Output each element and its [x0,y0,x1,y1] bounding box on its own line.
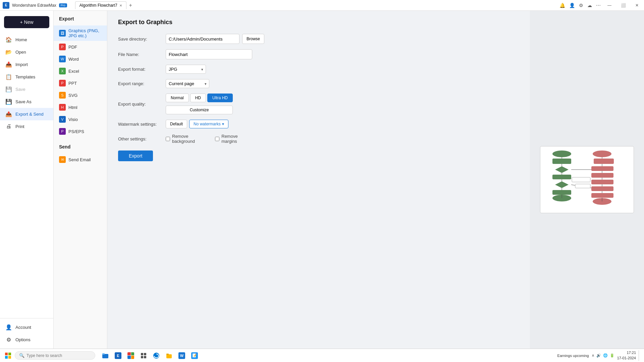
page-title: Export to Graphics [118,19,519,26]
minimize-button[interactable]: — [605,3,614,8]
taskbar-app-word[interactable]: W [176,350,188,362]
save-as-icon: 💾 [5,99,12,105]
export-form: Save directory: Browse File Name: Export… [118,34,252,144]
svg-marker-2 [555,166,569,173]
export-item-svg[interactable]: S SVG [54,89,107,101]
export-item-pseps[interactable]: P PS/EPS [54,125,107,137]
more-icon[interactable]: ⋯ [596,3,601,8]
export-button[interactable]: Export [118,150,153,161]
battery-icon[interactable]: 🔋 [610,353,614,358]
taskbar-app-task-view[interactable] [138,350,150,362]
export-item-excel[interactable]: X Excel [54,65,107,77]
sidebar-item-save-as[interactable]: 💾 Save As [0,96,53,108]
add-tab-button[interactable]: + [127,2,134,8]
send-email-item[interactable]: ✉ Send Email [54,154,107,166]
sidebar-item-options[interactable]: ⚙ Options [0,334,53,346]
sidebar-item-save-as-label: Save As [15,99,32,104]
svg-rect-11 [591,180,613,184]
sidebar-item-save[interactable]: 💾 Save [0,83,53,96]
account-icon[interactable]: 👤 [569,3,575,8]
export-range-select[interactable]: Current page All pages Selected objects [166,79,209,88]
export-item-graphics[interactable]: 🖼 Graphics (PNG, JPG etc.) [54,25,107,41]
show-desktop-button[interactable] [639,350,640,361]
sidebar-item-account-label: Account [15,325,31,330]
file-name-row: File Name: [118,49,252,59]
sidebar-item-templates[interactable]: 📋 Templates [0,71,53,83]
export-item-ppt[interactable]: P PPT [54,77,107,89]
close-button[interactable]: ✕ [633,3,641,8]
taskbar-app-files[interactable] [163,350,175,362]
svg-rect-41 [144,356,146,358]
browse-button[interactable]: Browse [242,34,264,44]
watermark-default-button[interactable]: Default [166,120,187,128]
pdf-icon: P [59,44,66,50]
taskbar-clock[interactable]: 17:21 17-01-2024 [617,350,636,361]
home-icon: 🏠 [5,37,12,43]
taskbar-app-colors[interactable] [125,350,137,362]
new-button[interactable]: + New [4,16,49,28]
sidebar-item-import[interactable]: 📥 Import [0,58,53,71]
taskbar-app-edrawmax[interactable]: E [112,350,124,362]
settings-icon[interactable]: ⚙ [579,3,583,8]
export-format-select[interactable]: JPG PNG BMP GIF TIFF SVG [166,65,206,74]
windows-logo-icon [5,353,11,359]
maximize-button[interactable]: ⬜ [618,3,629,8]
taskbar-app-explorer[interactable] [99,350,111,362]
remove-background-checkbox[interactable]: Remove background [166,134,210,144]
svg-rect-5 [552,190,571,195]
svg-rect-3 [552,175,571,179]
watermark-none-button[interactable]: No watermarks ▾ [189,120,228,128]
export-item-ppt-label: PPT [68,81,77,86]
network-icon[interactable]: 🌐 [603,353,608,358]
export-quality-label: Export quality: [118,102,162,107]
sidebar-item-export-send[interactable]: 📤 Export & Send [0,108,53,120]
taskbar-search-input[interactable] [26,353,87,358]
taskbar-apps: E [99,350,201,362]
bell-icon[interactable]: 🔔 [559,3,565,8]
earnings-text[interactable]: Earnings upcoming [557,354,589,358]
svg-rect-44 [166,354,169,355]
cloud-icon[interactable]: ☁ [587,3,592,8]
quality-normal-button[interactable]: Normal [166,94,189,102]
account-sidebar-icon: 👤 [5,324,12,330]
preview-image [540,146,634,213]
watermark-row: Watermark settings: Default No watermark… [118,120,252,128]
export-item-word[interactable]: W Word [54,53,107,65]
quality-ultrahd-button[interactable]: Ultra HD [207,94,233,102]
start-button[interactable] [3,350,13,361]
active-tab[interactable]: Algorithm Flowchart7 ✕ [75,1,126,9]
speaker-icon[interactable]: 🔊 [596,353,601,358]
export-item-visio[interactable]: V Visio [54,113,107,125]
watermark-dropdown-icon: ▾ [222,122,224,126]
tray-chevron[interactable]: ∧ [592,353,594,358]
sidebar-item-import-label: Import [15,62,28,67]
save-icon: 💾 [5,86,12,93]
customize-button[interactable]: Customize [166,106,233,114]
remove-background-input[interactable] [166,137,170,141]
sidebar-bottom: 👤 Account ⚙ Options [0,318,53,346]
titlebar-left: E Wondershare EdrawMax Pro Algorithm Flo… [3,1,134,9]
quality-hd-button[interactable]: HD [190,94,206,102]
export-range-label: Export range: [118,81,162,86]
export-format-row: Export format: JPG PNG BMP GIF TIFF SVG [118,65,252,74]
taskbar-app-edge[interactable] [150,350,162,362]
sidebar-item-open[interactable]: 📂 Open [0,46,53,58]
file-name-input[interactable] [166,49,252,59]
taskbar-search-bar[interactable]: 🔍 [15,351,95,360]
options-icon: ⚙ [5,337,12,343]
sidebar-item-home[interactable]: 🏠 Home [0,34,53,46]
tab-close-icon[interactable]: ✕ [119,4,122,7]
sidebar-item-print[interactable]: 🖨 Print [0,120,53,132]
sidebar-item-save-label: Save [15,87,25,92]
remove-margins-input[interactable] [215,137,219,141]
remove-margins-checkbox[interactable]: Remove margins [215,134,252,144]
svg-rect-13 [591,193,613,198]
save-directory-input[interactable] [166,34,239,44]
svg-rect-32 [5,353,8,355]
sidebar-item-account[interactable]: 👤 Account [0,321,53,334]
export-item-html[interactable]: H Html [54,101,107,113]
taskbar-app-notepad[interactable]: 📝 [189,350,201,362]
directory-input-group: Browse [166,34,264,44]
export-item-pdf[interactable]: P PDF [54,41,107,53]
excel-icon: X [59,68,66,74]
